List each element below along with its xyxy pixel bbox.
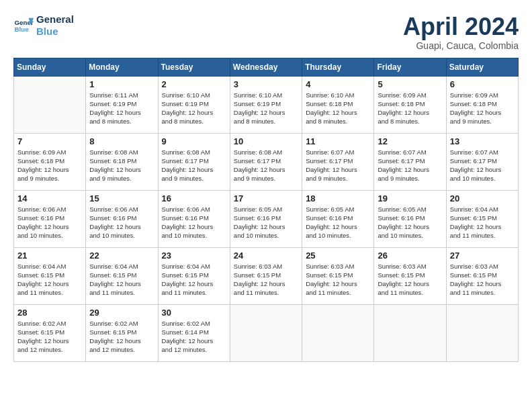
calendar-cell: 16Sunrise: 6:06 AM Sunset: 6:16 PM Dayli… bbox=[158, 190, 230, 247]
day-number: 2 bbox=[162, 79, 226, 89]
day-info: Sunrise: 6:05 AM Sunset: 6:16 PM Dayligh… bbox=[234, 205, 298, 240]
calendar-cell: 18Sunrise: 6:05 AM Sunset: 6:16 PM Dayli… bbox=[302, 190, 374, 247]
calendar-cell: 21Sunrise: 6:04 AM Sunset: 6:15 PM Dayli… bbox=[14, 247, 86, 304]
day-info: Sunrise: 6:08 AM Sunset: 6:17 PM Dayligh… bbox=[162, 148, 226, 183]
day-number: 7 bbox=[17, 136, 82, 146]
day-info: Sunrise: 6:10 AM Sunset: 6:18 PM Dayligh… bbox=[306, 91, 370, 126]
day-info: Sunrise: 6:04 AM Sunset: 6:15 PM Dayligh… bbox=[89, 262, 154, 298]
day-info: Sunrise: 6:05 AM Sunset: 6:16 PM Dayligh… bbox=[378, 205, 442, 240]
calendar-cell: 30Sunrise: 6:02 AM Sunset: 6:14 PM Dayli… bbox=[158, 304, 230, 361]
weekday-header-row: SundayMondayTuesdayWednesdayThursdayFrid… bbox=[14, 58, 519, 76]
day-number: 5 bbox=[378, 79, 442, 89]
day-info: Sunrise: 6:08 AM Sunset: 6:18 PM Dayligh… bbox=[89, 148, 154, 183]
logo-icon: General Blue bbox=[13, 15, 34, 36]
calendar-cell: 24Sunrise: 6:03 AM Sunset: 6:15 PM Dayli… bbox=[230, 247, 302, 304]
day-number: 30 bbox=[162, 308, 226, 318]
day-info: Sunrise: 6:11 AM Sunset: 6:19 PM Dayligh… bbox=[89, 91, 154, 126]
calendar-week-4: 21Sunrise: 6:04 AM Sunset: 6:15 PM Dayli… bbox=[14, 247, 519, 304]
month-year-title: April 2024 bbox=[403, 13, 519, 40]
day-number: 8 bbox=[89, 136, 154, 146]
day-number: 16 bbox=[162, 193, 226, 203]
day-number: 19 bbox=[378, 193, 442, 203]
logo: General Blue General Blue bbox=[13, 13, 74, 38]
calendar-cell bbox=[374, 304, 446, 361]
calendar-cell: 8Sunrise: 6:08 AM Sunset: 6:18 PM Daylig… bbox=[86, 133, 158, 190]
day-number: 23 bbox=[162, 250, 226, 261]
day-number: 21 bbox=[17, 250, 82, 261]
day-number: 22 bbox=[89, 250, 154, 261]
title-area: April 2024 Guapi, Cauca, Colombia bbox=[403, 13, 519, 51]
day-number: 4 bbox=[306, 79, 370, 89]
day-info: Sunrise: 6:02 AM Sunset: 6:15 PM Dayligh… bbox=[17, 319, 82, 355]
day-info: Sunrise: 6:08 AM Sunset: 6:17 PM Dayligh… bbox=[234, 148, 298, 183]
day-info: Sunrise: 6:04 AM Sunset: 6:15 PM Dayligh… bbox=[17, 262, 82, 298]
day-number: 12 bbox=[378, 136, 442, 146]
calendar-cell bbox=[14, 76, 86, 133]
day-info: Sunrise: 6:03 AM Sunset: 6:15 PM Dayligh… bbox=[234, 262, 298, 298]
calendar-cell bbox=[230, 304, 302, 361]
day-number: 29 bbox=[89, 308, 154, 318]
day-number: 24 bbox=[234, 250, 298, 261]
weekday-header-saturday: Saturday bbox=[446, 58, 518, 76]
weekday-header-friday: Friday bbox=[374, 58, 446, 76]
weekday-header-thursday: Thursday bbox=[302, 58, 374, 76]
calendar-cell: 22Sunrise: 6:04 AM Sunset: 6:15 PM Dayli… bbox=[86, 247, 158, 304]
calendar-cell: 5Sunrise: 6:09 AM Sunset: 6:18 PM Daylig… bbox=[374, 76, 446, 133]
calendar-cell: 2Sunrise: 6:10 AM Sunset: 6:19 PM Daylig… bbox=[158, 76, 230, 133]
day-number: 9 bbox=[162, 136, 226, 146]
calendar-cell: 15Sunrise: 6:06 AM Sunset: 6:16 PM Dayli… bbox=[86, 190, 158, 247]
day-number: 6 bbox=[450, 79, 515, 89]
svg-text:Blue: Blue bbox=[15, 26, 30, 33]
logo-text-general: General bbox=[36, 13, 74, 26]
day-info: Sunrise: 6:04 AM Sunset: 6:15 PM Dayligh… bbox=[162, 262, 226, 298]
day-info: Sunrise: 6:09 AM Sunset: 6:18 PM Dayligh… bbox=[17, 148, 82, 183]
calendar-cell: 26Sunrise: 6:03 AM Sunset: 6:15 PM Dayli… bbox=[374, 247, 446, 304]
page-header: General Blue General Blue April 2024 Gua… bbox=[13, 13, 519, 51]
calendar-cell: 1Sunrise: 6:11 AM Sunset: 6:19 PM Daylig… bbox=[86, 76, 158, 133]
calendar-cell: 29Sunrise: 6:02 AM Sunset: 6:15 PM Dayli… bbox=[86, 304, 158, 361]
day-info: Sunrise: 6:04 AM Sunset: 6:15 PM Dayligh… bbox=[450, 205, 515, 240]
calendar-cell: 4Sunrise: 6:10 AM Sunset: 6:18 PM Daylig… bbox=[302, 76, 374, 133]
calendar-cell: 3Sunrise: 6:10 AM Sunset: 6:19 PM Daylig… bbox=[230, 76, 302, 133]
day-number: 26 bbox=[378, 250, 442, 261]
calendar-table: SundayMondayTuesdayWednesdayThursdayFrid… bbox=[13, 58, 519, 362]
calendar-cell: 17Sunrise: 6:05 AM Sunset: 6:16 PM Dayli… bbox=[230, 190, 302, 247]
day-info: Sunrise: 6:06 AM Sunset: 6:16 PM Dayligh… bbox=[17, 205, 82, 240]
day-info: Sunrise: 6:07 AM Sunset: 6:17 PM Dayligh… bbox=[306, 148, 370, 183]
calendar-week-1: 1Sunrise: 6:11 AM Sunset: 6:19 PM Daylig… bbox=[14, 76, 519, 133]
day-number: 15 bbox=[89, 193, 154, 203]
calendar-cell: 6Sunrise: 6:09 AM Sunset: 6:18 PM Daylig… bbox=[446, 76, 518, 133]
calendar-cell: 20Sunrise: 6:04 AM Sunset: 6:15 PM Dayli… bbox=[446, 190, 518, 247]
calendar-cell: 19Sunrise: 6:05 AM Sunset: 6:16 PM Dayli… bbox=[374, 190, 446, 247]
calendar-cell: 27Sunrise: 6:03 AM Sunset: 6:15 PM Dayli… bbox=[446, 247, 518, 304]
day-number: 27 bbox=[450, 250, 515, 261]
day-info: Sunrise: 6:02 AM Sunset: 6:15 PM Dayligh… bbox=[89, 319, 154, 355]
weekday-header-monday: Monday bbox=[86, 58, 158, 76]
calendar-week-3: 14Sunrise: 6:06 AM Sunset: 6:16 PM Dayli… bbox=[14, 190, 519, 247]
day-info: Sunrise: 6:10 AM Sunset: 6:19 PM Dayligh… bbox=[162, 91, 226, 126]
day-number: 25 bbox=[306, 250, 370, 261]
day-info: Sunrise: 6:06 AM Sunset: 6:16 PM Dayligh… bbox=[162, 205, 226, 240]
day-info: Sunrise: 6:10 AM Sunset: 6:19 PM Dayligh… bbox=[234, 91, 298, 126]
location-subtitle: Guapi, Cauca, Colombia bbox=[403, 40, 519, 51]
day-number: 20 bbox=[450, 193, 515, 203]
logo-text-blue: Blue bbox=[36, 26, 74, 38]
day-number: 10 bbox=[234, 136, 298, 146]
day-info: Sunrise: 6:07 AM Sunset: 6:17 PM Dayligh… bbox=[450, 148, 515, 183]
day-number: 14 bbox=[17, 193, 82, 203]
calendar-cell: 11Sunrise: 6:07 AM Sunset: 6:17 PM Dayli… bbox=[302, 133, 374, 190]
day-info: Sunrise: 6:05 AM Sunset: 6:16 PM Dayligh… bbox=[306, 205, 370, 240]
day-info: Sunrise: 6:03 AM Sunset: 6:15 PM Dayligh… bbox=[450, 262, 515, 298]
calendar-cell: 12Sunrise: 6:07 AM Sunset: 6:17 PM Dayli… bbox=[374, 133, 446, 190]
calendar-week-5: 28Sunrise: 6:02 AM Sunset: 6:15 PM Dayli… bbox=[14, 304, 519, 361]
weekday-header-wednesday: Wednesday bbox=[230, 58, 302, 76]
day-info: Sunrise: 6:06 AM Sunset: 6:16 PM Dayligh… bbox=[89, 205, 154, 240]
day-info: Sunrise: 6:03 AM Sunset: 6:15 PM Dayligh… bbox=[306, 262, 370, 298]
day-number: 17 bbox=[234, 193, 298, 203]
calendar-week-2: 7Sunrise: 6:09 AM Sunset: 6:18 PM Daylig… bbox=[14, 133, 519, 190]
weekday-header-sunday: Sunday bbox=[14, 58, 86, 76]
calendar-cell bbox=[302, 304, 374, 361]
day-number: 18 bbox=[306, 193, 370, 203]
day-info: Sunrise: 6:09 AM Sunset: 6:18 PM Dayligh… bbox=[450, 91, 515, 126]
calendar-cell: 13Sunrise: 6:07 AM Sunset: 6:17 PM Dayli… bbox=[446, 133, 518, 190]
